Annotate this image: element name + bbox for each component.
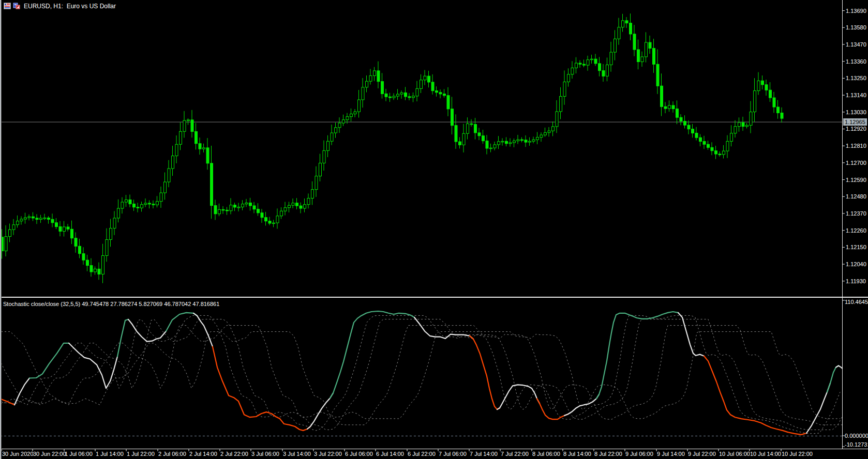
window-menu-icon[interactable] <box>4 3 11 9</box>
stochastic-main-line <box>29 343 69 378</box>
stochastic-main-line <box>414 317 473 339</box>
stochastic-main-line <box>806 383 830 433</box>
stochastic-main-line <box>117 319 128 357</box>
stochastic-main-line <box>470 336 500 409</box>
stochastic-signal-dashed <box>0 319 842 430</box>
chart-title-bar: EURUSD, H1: Euro vs US Dollar <box>4 2 116 10</box>
stochastic-main-line <box>704 356 806 435</box>
chart-symbol-icon[interactable] <box>13 3 20 9</box>
stochastic-main-line <box>193 313 213 347</box>
stochastic-main-line <box>836 366 842 369</box>
stochastic-main-line <box>596 312 678 399</box>
window-left-border <box>0 0 2 459</box>
chart-title: EURUSD, H1: Euro vs US Dollar <box>24 3 116 10</box>
stochastic-main-line <box>827 366 839 392</box>
stochastic-main-line <box>213 347 310 431</box>
candles-layer <box>1 13 784 283</box>
stochastic-main-line <box>330 311 414 398</box>
time-axis[interactable] <box>0 449 868 459</box>
chart-canvas[interactable] <box>0 0 868 459</box>
price-axis[interactable] <box>842 0 868 449</box>
mt5-chart-window: EURUSD, H1: Euro vs US Dollar Stochastic… <box>0 0 868 459</box>
stochastic-main-line <box>166 313 197 331</box>
stochastic-layer <box>0 311 842 436</box>
stochastic-main-line <box>0 399 14 405</box>
stochastic-main-line <box>69 343 117 388</box>
